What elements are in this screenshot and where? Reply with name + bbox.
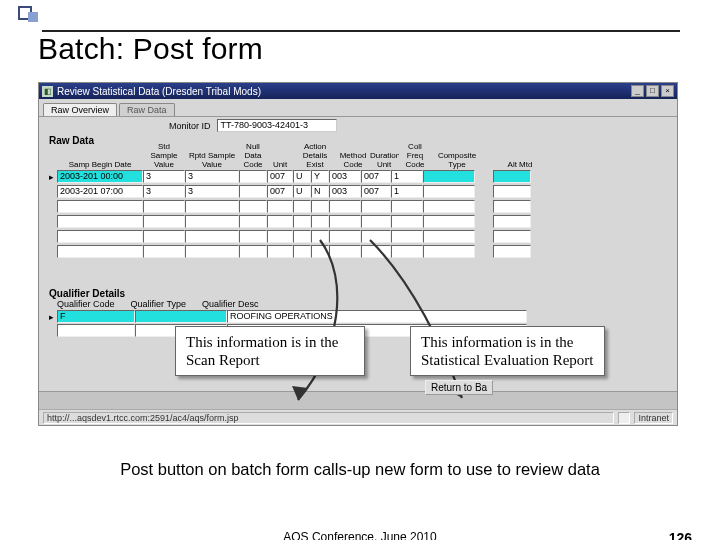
maximize-button[interactable]: □	[646, 85, 659, 97]
monitor-id-field[interactable]: TT-780-9003-42401-3	[217, 119, 337, 132]
col-date: Samp Begin Date	[57, 160, 143, 169]
qual-code[interactable]: F	[57, 310, 135, 323]
table-row: 2003-201 07:00 3 3 007 U N 003 007 1	[45, 185, 671, 199]
footer-conference: AQS Conference, June 2010	[283, 530, 436, 540]
row-marker-icon: ▸	[45, 312, 57, 322]
return-button[interactable]: Return to Ba	[425, 380, 493, 395]
cell-unit[interactable]: 007	[267, 185, 293, 198]
status-bar: http://...aqsdev1.rtcc.com:2591/ac4/aqs/…	[39, 409, 677, 425]
cell-dur[interactable]: 007	[361, 185, 391, 198]
minimize-button[interactable]: _	[631, 85, 644, 97]
col-method: Method Code	[337, 151, 369, 169]
cell-unit[interactable]: 007	[267, 170, 293, 183]
cell-cf[interactable]: 1	[391, 170, 423, 183]
page-number: 126	[669, 530, 692, 540]
tab-raw-overview[interactable]: Raw Overview	[43, 103, 117, 116]
table-row	[45, 245, 671, 259]
table-row	[45, 200, 671, 214]
qual-head-desc: Qualifier Desc	[202, 299, 259, 309]
cell-ae[interactable]: N	[311, 185, 329, 198]
app-icon: ◧	[42, 86, 53, 97]
corner-square-fill-icon	[28, 12, 38, 22]
status-path: http://...aqsdev1.rtcc.com:2591/ac4/aqs/…	[43, 412, 614, 424]
cell-rs[interactable]: 3	[185, 185, 239, 198]
cell-meth[interactable]: 003	[329, 170, 361, 183]
qual-desc[interactable]: ROOFING OPERATIONS	[227, 310, 527, 323]
cell-ctype[interactable]	[423, 170, 475, 183]
status-zone: Intranet	[634, 412, 673, 424]
callout-stat-eval-report: This information is in the Statistical E…	[410, 326, 605, 376]
tab-bar: Raw Overview Raw Data	[39, 99, 677, 117]
cell-date[interactable]: 2003-201 00:00	[57, 170, 143, 183]
qualifier-label: Qualifier Details	[49, 288, 665, 299]
cell-ctype[interactable]	[423, 185, 475, 198]
cell-date[interactable]: 2003-201 07:00	[57, 185, 143, 198]
col-unit: Unit	[267, 160, 293, 169]
window-title: Review Statistical Data (Dresden Tribal …	[57, 86, 261, 97]
qual-head-type: Qualifier Type	[131, 299, 186, 309]
cell-rs[interactable]: 3	[185, 170, 239, 183]
slide-title: Batch: Post form	[38, 32, 263, 66]
col-null-data: Null Data Code	[239, 142, 267, 169]
callout-scan-report: This information is in the Scan Report	[175, 326, 365, 376]
table-row	[45, 215, 671, 229]
col-coll-freq: Coll Freq Code	[399, 142, 431, 169]
monitor-id-label: Monitor ID	[169, 121, 211, 131]
col-composite: Composite Type	[431, 151, 483, 169]
table-row: ▸ 2003-201 00:00 3 3 007 U Y 003 007 1	[45, 170, 671, 184]
raw-data-table: Samp Begin Date Std Sample Value Rptd Sa…	[45, 147, 671, 259]
qualifier-row: ▸ F ROOFING OPERATIONS	[45, 310, 665, 323]
cell-u2[interactable]: U	[293, 185, 311, 198]
cell-ndc[interactable]	[239, 185, 267, 198]
cell-cf[interactable]: 1	[391, 185, 423, 198]
window-button-row	[39, 391, 677, 409]
cell-alt[interactable]	[493, 170, 531, 183]
cell-dur[interactable]: 007	[361, 170, 391, 183]
cell-ae[interactable]: Y	[311, 170, 329, 183]
qualifier-header: Qualifier Code Qualifier Type Qualifier …	[57, 299, 665, 309]
col-alt-mdl: Alt Mtd	[501, 160, 539, 169]
cell-alt[interactable]	[493, 185, 531, 198]
tab-raw-data[interactable]: Raw Data	[119, 103, 175, 116]
qual-head-code: Qualifier Code	[57, 299, 115, 309]
col-duration: Duration Unit	[369, 151, 399, 169]
cell-u2[interactable]: U	[293, 170, 311, 183]
col-action-exist: Action Details Exist	[293, 142, 337, 169]
slide-caption: Post button on batch form calls-up new f…	[0, 460, 720, 479]
table-header: Samp Begin Date Std Sample Value Rptd Sa…	[45, 147, 671, 169]
row-marker-icon: ▸	[45, 170, 57, 184]
close-button[interactable]: ×	[661, 85, 674, 97]
cell-sv[interactable]: 3	[143, 170, 185, 183]
qual-type[interactable]	[135, 310, 227, 323]
table-row	[45, 230, 671, 244]
cell-meth[interactable]: 003	[329, 185, 361, 198]
cell-sv[interactable]: 3	[143, 185, 185, 198]
col-std-value: Std Sample Value	[143, 142, 185, 169]
status-icon	[618, 412, 630, 424]
window-titlebar: ◧ Review Statistical Data (Dresden Triba…	[39, 83, 677, 99]
col-rptd-value: Rptd Sample Value	[185, 151, 239, 169]
cell-ndc[interactable]	[239, 170, 267, 183]
